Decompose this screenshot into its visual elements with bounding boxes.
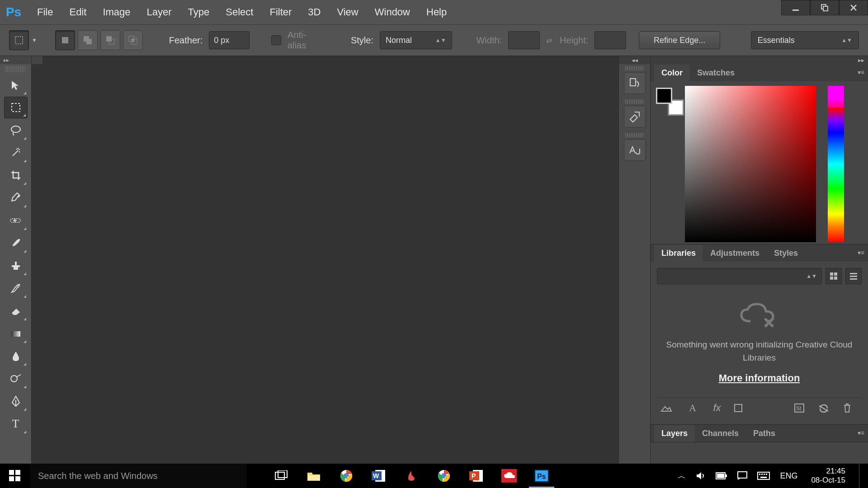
tab-adjustments[interactable]: Adjustments xyxy=(703,245,767,262)
toolbox-grip[interactable] xyxy=(5,66,26,72)
hue-slider[interactable] xyxy=(828,86,844,242)
stock-icon[interactable]: St xyxy=(794,403,809,413)
intersect-selection-button[interactable] xyxy=(123,30,143,50)
tray-keyboard-icon[interactable] xyxy=(757,472,770,480)
menu-layer[interactable]: Layer xyxy=(139,2,180,23)
close-button[interactable] xyxy=(839,0,868,15)
menu-filter[interactable]: Filter xyxy=(261,2,300,23)
color-field[interactable] xyxy=(685,86,816,242)
photoshop-taskbar-icon[interactable]: Ps xyxy=(525,464,558,488)
eyedropper-tool[interactable] xyxy=(4,187,28,209)
maximize-button[interactable] xyxy=(810,0,839,15)
menu-window[interactable]: Window xyxy=(367,2,418,23)
file-explorer-icon[interactable] xyxy=(297,464,330,488)
powerpoint-icon[interactable]: P xyxy=(460,464,493,488)
dock-grip-3[interactable] xyxy=(625,133,644,137)
menu-help[interactable]: Help xyxy=(418,2,455,23)
layers-panel-menu-icon[interactable]: ▾≡ xyxy=(858,429,864,436)
lasso-tool[interactable] xyxy=(4,119,28,141)
healing-brush-tool[interactable] xyxy=(4,210,28,231)
chrome-icon-1[interactable] xyxy=(330,464,363,488)
tray-messages-icon[interactable] xyxy=(737,471,747,480)
workspace-select[interactable]: Essentials▲▼ xyxy=(751,31,859,49)
toolbox-expand-icon[interactable]: ▸▸ xyxy=(0,56,31,64)
search-box[interactable]: Search the web and Windows xyxy=(30,464,247,488)
library-grid-view-icon[interactable] xyxy=(826,268,842,284)
width-label: Width: xyxy=(476,35,502,46)
tray-battery-icon[interactable] xyxy=(716,472,727,479)
tab-libraries[interactable]: Libraries xyxy=(654,245,703,262)
magic-wand-tool[interactable] xyxy=(4,142,28,164)
libraries-panel-menu-icon[interactable]: ▾≡ xyxy=(858,249,864,256)
tray-volume-icon[interactable] xyxy=(696,471,706,480)
word-icon[interactable]: W xyxy=(363,464,395,488)
pen-tool[interactable] xyxy=(4,390,28,412)
minimize-button[interactable] xyxy=(781,0,810,15)
show-desktop-button[interactable] xyxy=(859,464,863,488)
add-selection-button[interactable] xyxy=(78,30,98,50)
menu-image[interactable]: Image xyxy=(94,2,138,23)
tray-language[interactable]: ENG xyxy=(780,471,797,481)
tray-clock[interactable]: 21:45 08-Oct-15 xyxy=(807,467,849,485)
delete-icon[interactable] xyxy=(843,403,858,413)
app-icon-red[interactable] xyxy=(395,464,428,488)
tab-color[interactable]: Color xyxy=(654,65,690,81)
chrome-icon-2[interactable] xyxy=(428,464,460,488)
antialias-checkbox[interactable] xyxy=(271,35,281,45)
menu-edit[interactable]: Edit xyxy=(61,2,94,23)
foreground-color[interactable] xyxy=(656,88,672,104)
menu-view[interactable]: View xyxy=(329,2,366,23)
refine-edge-button[interactable]: Refine Edge... xyxy=(639,31,720,49)
panel-collapse-icon[interactable]: ▸▸ xyxy=(858,56,864,64)
library-select[interactable]: ▲▼ xyxy=(657,268,822,284)
tab-layers[interactable]: Layers xyxy=(654,425,695,442)
subtract-selection-button[interactable] xyxy=(100,30,120,50)
clone-stamp-tool[interactable] xyxy=(4,255,28,277)
canvas-expand-icon[interactable] xyxy=(32,56,42,64)
color-panel-menu-icon[interactable]: ▾≡ xyxy=(858,69,864,76)
tab-channels[interactable]: Channels xyxy=(695,425,746,442)
creative-cloud-icon[interactable] xyxy=(493,464,525,488)
menu-file[interactable]: File xyxy=(29,2,61,23)
svg-rect-51 xyxy=(726,474,727,477)
right-panels: ▸▸ Color Swatches ▾≡ Libraries Adjustmen xyxy=(650,56,868,464)
new-selection-button[interactable] xyxy=(55,30,75,50)
menu-select[interactable]: Select xyxy=(217,2,261,23)
gradient-tool[interactable] xyxy=(4,323,28,344)
crop-tool[interactable] xyxy=(4,164,28,186)
move-tool[interactable] xyxy=(4,74,28,96)
dock-grip-2[interactable] xyxy=(625,99,644,104)
menu-3d[interactable]: 3D xyxy=(300,2,329,23)
dodge-tool[interactable] xyxy=(4,368,28,389)
history-brush-tool[interactable] xyxy=(4,277,28,299)
menu-type[interactable]: Type xyxy=(180,2,218,23)
library-more-info-link[interactable]: More information xyxy=(719,372,800,384)
feather-input[interactable] xyxy=(209,31,250,49)
task-view-icon[interactable] xyxy=(265,464,297,488)
add-layer-style-icon[interactable]: fx xyxy=(709,402,725,414)
add-character-style-icon[interactable]: A xyxy=(685,402,700,414)
add-graphic-icon[interactable] xyxy=(660,403,676,413)
dock-collapse-icon[interactable]: ◂◂ xyxy=(619,56,650,64)
tab-styles[interactable]: Styles xyxy=(767,245,805,262)
tray-chevron-up-icon[interactable]: ︿ xyxy=(678,470,686,481)
marquee-tool[interactable] xyxy=(4,97,28,118)
history-panel-icon[interactable] xyxy=(624,72,646,94)
tool-preset-picker[interactable] xyxy=(9,30,29,50)
glyphs-panel-icon[interactable] xyxy=(624,139,646,161)
eraser-tool[interactable] xyxy=(4,300,28,322)
library-list-view-icon[interactable] xyxy=(845,268,862,284)
start-button[interactable] xyxy=(0,464,30,488)
blur-tool[interactable] xyxy=(4,345,28,367)
foreground-background-colors[interactable] xyxy=(656,88,679,111)
type-tool[interactable]: T xyxy=(4,413,28,435)
add-color-icon[interactable] xyxy=(734,404,749,413)
style-select[interactable]: Normal▲▼ xyxy=(380,31,452,49)
tab-paths[interactable]: Paths xyxy=(746,425,783,442)
properties-panel-icon[interactable] xyxy=(624,106,646,127)
dock-grip[interactable] xyxy=(625,66,644,70)
sync-icon[interactable] xyxy=(818,403,834,413)
tab-swatches[interactable]: Swatches xyxy=(690,65,742,81)
brush-tool[interactable] xyxy=(4,232,28,254)
dropdown-arrow-icon[interactable]: ▼ xyxy=(32,37,37,43)
